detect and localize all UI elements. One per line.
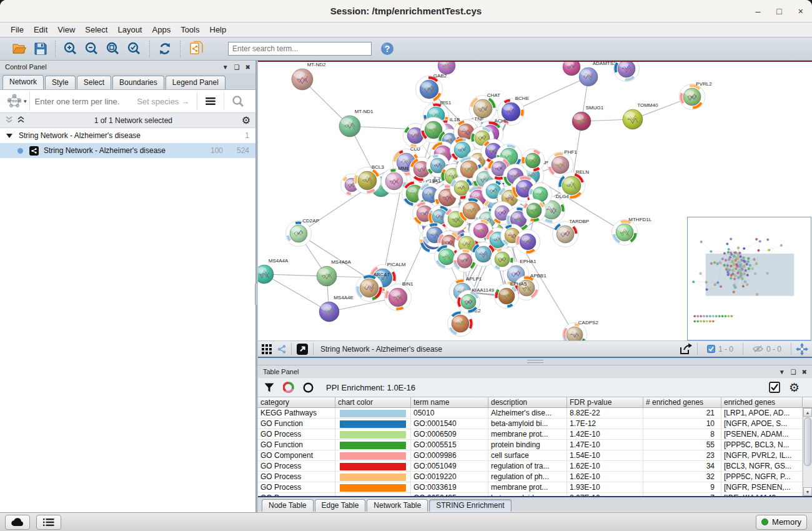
network-node[interactable]: MS4A4E xyxy=(319,295,354,322)
table-row[interactable]: GO ProcessGO:0050435beta-amyloid m...2.0… xyxy=(258,493,812,497)
network-node[interactable] xyxy=(491,248,514,271)
tab-edge-table[interactable]: Edge Table xyxy=(315,499,366,512)
expand-all-icon[interactable] xyxy=(17,115,25,126)
scroll-up-icon[interactable]: ▲ xyxy=(803,408,812,417)
menu-item-view[interactable]: View xyxy=(53,24,79,36)
birdseye-graph[interactable] xyxy=(688,217,811,340)
table-row[interactable]: GO FunctionGO:0005515protein binding1.47… xyxy=(258,440,812,450)
network-node[interactable] xyxy=(614,62,640,82)
menu-item-edit[interactable]: Edit xyxy=(29,24,52,36)
tab-style[interactable]: Style xyxy=(45,76,76,89)
string-query-input[interactable] xyxy=(30,97,137,106)
tab-legend-panel[interactable]: Legend Panel xyxy=(166,76,225,89)
network-node[interactable] xyxy=(522,149,545,172)
refresh-icon[interactable] xyxy=(157,41,172,56)
column-header-1[interactable]: chart color xyxy=(335,397,411,407)
help-icon[interactable]: ? xyxy=(380,42,394,56)
panel-float-icon[interactable]: ▼ xyxy=(779,369,785,375)
collapse-all-icon[interactable] xyxy=(5,115,13,126)
open-file-icon[interactable] xyxy=(11,42,27,56)
maximize-button[interactable]: □ xyxy=(776,7,781,16)
panel-close-icon[interactable]: ✖ xyxy=(802,369,807,375)
column-header-4[interactable]: FDR p-value xyxy=(567,397,643,407)
column-header-3[interactable]: description xyxy=(488,397,567,407)
birdseye-view[interactable] xyxy=(687,217,811,340)
table-row[interactable]: GO FunctionGO:0001540beta-amyloid bi...1… xyxy=(258,419,812,429)
tab-node-table[interactable]: Node Table xyxy=(262,499,314,512)
network-node[interactable]: ADAMTS2 xyxy=(579,62,616,86)
menu-item-layout[interactable]: Layout xyxy=(113,24,146,36)
network-node[interactable]: GAB2 xyxy=(416,73,447,103)
network-node[interactable]: MTHFD1L xyxy=(612,217,652,246)
network-node[interactable]: SMUG1 xyxy=(572,105,604,131)
column-header-2[interactable]: term name xyxy=(411,397,488,407)
task-history-button[interactable] xyxy=(36,515,61,530)
network-node[interactable]: TOMM40 xyxy=(623,102,658,129)
string-search-icon[interactable] xyxy=(224,95,252,107)
network-node[interactable] xyxy=(563,62,580,76)
tab-network-table[interactable]: Network Table xyxy=(367,499,428,512)
panel-dock-icon[interactable]: ❑ xyxy=(234,64,240,71)
open-in-view-icon[interactable] xyxy=(296,343,309,355)
tab-select[interactable]: Select xyxy=(77,76,111,89)
network-options-gear-icon[interactable]: ⚙ xyxy=(242,116,250,126)
table-row[interactable]: GO ProcessGO:0006509membrane prot...1.42… xyxy=(258,429,812,440)
filter-icon[interactable] xyxy=(264,383,274,392)
search-input[interactable] xyxy=(228,42,372,56)
network-from-file-icon[interactable] xyxy=(188,41,204,57)
table-row[interactable]: GO ComponentGO:0009986cell surface1.54E-… xyxy=(258,450,812,461)
menu-item-apps[interactable]: Apps xyxy=(148,24,176,36)
chart-settings-icon[interactable] xyxy=(283,382,294,393)
birdseye-viewport[interactable] xyxy=(706,254,795,296)
network-node[interactable]: TARDBP xyxy=(553,219,590,247)
network-row[interactable]: String Network - Alzheimer's disease 100… xyxy=(0,143,255,158)
column-header-6[interactable]: enriched genes xyxy=(721,397,803,407)
tab-network[interactable]: Network xyxy=(2,75,44,89)
menu-item-help[interactable]: Help xyxy=(205,24,231,36)
network-node[interactable] xyxy=(523,199,546,222)
zoom-fit-icon[interactable] xyxy=(106,41,121,56)
network-node[interactable]: MT-ND1 xyxy=(339,109,374,137)
menu-item-tools[interactable]: Tools xyxy=(176,24,204,36)
splitter-grip[interactable] xyxy=(527,360,543,363)
tab-boundaries[interactable]: Boundaries xyxy=(112,76,164,89)
grid-view-icon[interactable] xyxy=(262,344,272,354)
network-node[interactable]: MS4A6A xyxy=(317,259,351,286)
table-settings-gear-icon[interactable]: ⚙ xyxy=(789,382,800,394)
cloud-tasks-button[interactable] xyxy=(5,515,30,530)
minimize-button[interactable]: – xyxy=(756,7,761,16)
set-species-label[interactable]: Set species → xyxy=(137,97,197,106)
table-row[interactable]: KEGG Pathways05010Alzheimer's dise...8.8… xyxy=(258,408,812,419)
table-splitter[interactable] xyxy=(258,358,812,365)
reset-chart-icon[interactable] xyxy=(303,382,314,393)
table-row[interactable]: GO ProcessGO:0051049regulation of tra...… xyxy=(258,461,812,472)
panel-dock-icon[interactable]: ❑ xyxy=(791,369,796,375)
tree-expander-icon[interactable] xyxy=(6,134,12,138)
memory-button[interactable]: Memory xyxy=(756,515,807,530)
panel-float-icon[interactable]: ▼ xyxy=(222,64,229,71)
table-row[interactable]: GO ProcessGO:0019220regulation of ph...1… xyxy=(258,472,812,482)
scrollbar-thumb[interactable] xyxy=(804,417,811,466)
menu-item-file[interactable]: File xyxy=(6,24,28,36)
column-header-0[interactable]: category xyxy=(258,397,335,407)
table-scrollbar[interactable]: ▲ ▼ xyxy=(803,408,812,496)
navigator-move-icon[interactable] xyxy=(796,343,808,355)
network-node[interactable]: CD2AP xyxy=(286,218,319,247)
column-header-5[interactable]: # enriched genes xyxy=(643,397,721,407)
export-network-icon[interactable] xyxy=(679,343,693,355)
menu-item-select[interactable]: Select xyxy=(81,24,112,36)
string-options-icon[interactable] xyxy=(197,97,224,106)
zoom-out-icon[interactable] xyxy=(84,41,99,56)
scroll-down-icon[interactable]: ▼ xyxy=(803,487,812,496)
zoom-in-icon[interactable] xyxy=(63,41,78,56)
share-network-icon[interactable] xyxy=(277,344,287,354)
network-collection-row[interactable]: String Network - Alzheimer's disease 1 xyxy=(0,128,255,143)
network-node[interactable] xyxy=(516,230,540,254)
tab-string-enrichment[interactable]: STRING Enrichment xyxy=(429,499,511,512)
network-node[interactable]: PVRL2 xyxy=(680,81,713,110)
table-row[interactable]: GO ProcessGO:0033619membrane prot...1.93… xyxy=(258,482,812,493)
network-node[interactable] xyxy=(438,62,455,74)
panel-close-icon[interactable]: ✖ xyxy=(245,64,250,71)
select-all-icon[interactable] xyxy=(769,382,780,393)
zoom-selected-icon[interactable] xyxy=(127,41,142,56)
